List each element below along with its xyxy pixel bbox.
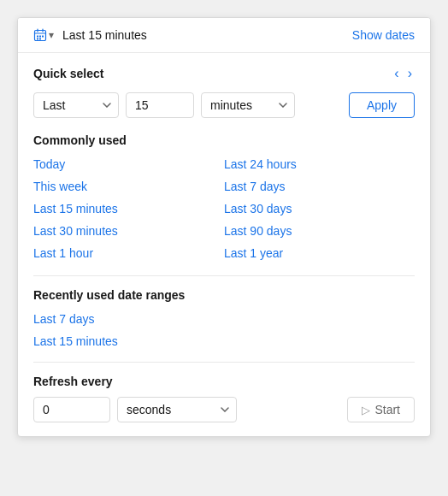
divider-2 [33, 362, 415, 363]
refresh-label: Refresh every [33, 375, 415, 388]
quick-select-label: Quick select [33, 67, 104, 80]
divider-1 [33, 275, 415, 276]
nav-arrows: ‹ › [392, 67, 415, 80]
svg-rect-1 [37, 36, 38, 38]
refresh-section: Refresh every seconds minutes hours ▷ St… [33, 375, 415, 422]
svg-rect-4 [37, 38, 38, 40]
header-title: Last 15 minutes [62, 28, 147, 42]
number-input[interactable] [126, 92, 194, 118]
link-last-90d[interactable]: Last 90 days [224, 222, 415, 239]
link-last-15m[interactable]: Last 15 minutes [33, 200, 224, 217]
apply-button[interactable]: Apply [349, 92, 415, 118]
link-last-1y[interactable]: Last 1 year [224, 245, 415, 262]
header: ▾ Last 15 minutes Show dates [18, 18, 430, 53]
svg-rect-2 [39, 36, 41, 38]
calendar-icon [33, 28, 47, 42]
refresh-controls: seconds minutes hours ▷ Start [33, 397, 415, 422]
calendar-dropdown-button[interactable]: ▾ [30, 27, 57, 44]
commonly-used-grid: Today Last 24 hours This week Last 7 day… [33, 156, 415, 262]
quick-select-controls: Last Next seconds minutes hours days wee… [33, 92, 415, 118]
commonly-used-section: Commonly used Today Last 24 hours This w… [33, 133, 415, 262]
link-last-30m[interactable]: Last 30 minutes [33, 222, 224, 239]
refresh-input[interactable] [33, 397, 110, 422]
commonly-used-title: Commonly used [33, 133, 415, 147]
next-arrow-button[interactable]: › [405, 67, 415, 80]
prev-arrow-button[interactable]: ‹ [392, 67, 401, 80]
refresh-unit-select[interactable]: seconds minutes hours [117, 397, 237, 422]
quick-select-header: Quick select ‹ › [33, 67, 415, 80]
link-today[interactable]: Today [33, 156, 224, 173]
body: Quick select ‹ › Last Next seconds minut… [18, 53, 430, 436]
date-picker-panel: ▾ Last 15 minutes Show dates Quick selec… [17, 17, 431, 437]
recent-link-7d[interactable]: Last 7 days [33, 310, 415, 328]
svg-rect-3 [42, 36, 44, 38]
show-dates-button[interactable]: Show dates [349, 27, 418, 44]
start-button[interactable]: ▷ Start [347, 397, 415, 422]
start-label: Start [374, 403, 400, 416]
svg-rect-5 [39, 38, 41, 40]
recent-link-15m[interactable]: Last 15 minutes [33, 333, 415, 350]
link-this-week[interactable]: This week [33, 178, 224, 195]
unit-select[interactable]: seconds minutes hours days weeks months … [201, 92, 295, 118]
chevron-down-icon: ▾ [49, 29, 54, 41]
last-select[interactable]: Last Next [33, 92, 119, 118]
recently-used-section: Recently used date ranges Last 7 days La… [33, 288, 415, 350]
link-last-7d[interactable]: Last 7 days [224, 178, 415, 195]
play-icon: ▷ [362, 404, 370, 416]
recently-used-title: Recently used date ranges [33, 288, 415, 302]
header-left: ▾ Last 15 minutes [30, 27, 147, 44]
link-last-1h[interactable]: Last 1 hour [33, 245, 224, 262]
link-last-30d[interactable]: Last 30 days [224, 200, 415, 217]
recently-used-list: Last 7 days Last 15 minutes [33, 310, 415, 350]
link-last-24h[interactable]: Last 24 hours [224, 156, 415, 173]
